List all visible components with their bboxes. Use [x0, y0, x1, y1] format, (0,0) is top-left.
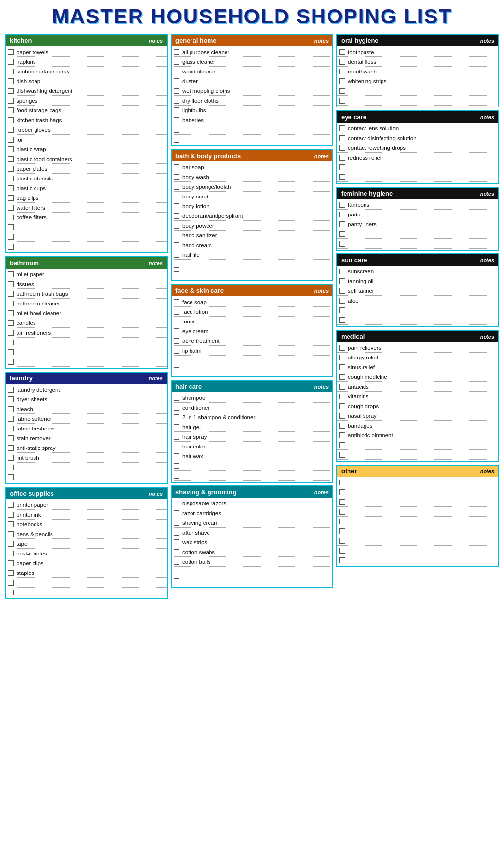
list-item[interactable]: dental floss: [337, 57, 498, 67]
list-item[interactable]: tanning oil: [337, 276, 498, 286]
checkbox[interactable]: [339, 489, 345, 495]
checkbox[interactable]: [174, 174, 179, 180]
checkbox[interactable]: [174, 137, 179, 143]
checkbox[interactable]: [339, 98, 345, 104]
list-item[interactable]: mouthwash: [337, 67, 498, 76]
checkbox[interactable]: [8, 185, 14, 191]
checkbox[interactable]: [8, 541, 14, 547]
checkbox[interactable]: [339, 442, 345, 448]
list-item[interactable]: conditioner: [172, 403, 332, 412]
list-item[interactable]: dry floor cloths: [172, 96, 332, 106]
list-item[interactable]: allergy relief: [337, 353, 498, 362]
list-item[interactable]: [337, 507, 498, 517]
checkbox[interactable]: [174, 395, 179, 401]
list-item[interactable]: [337, 229, 498, 239]
checkbox[interactable]: [174, 319, 179, 324]
list-item[interactable]: antibiotic ointment: [337, 430, 498, 440]
list-item[interactable]: printer ink: [6, 510, 167, 520]
checkbox[interactable]: [8, 98, 14, 104]
list-item[interactable]: nasal spray: [337, 411, 498, 421]
checkbox[interactable]: [174, 453, 179, 459]
checkbox[interactable]: [174, 501, 179, 506]
checkbox[interactable]: [339, 528, 345, 534]
list-item[interactable]: sunscreen: [337, 267, 498, 276]
checkbox[interactable]: [174, 194, 179, 199]
checkbox[interactable]: [174, 414, 179, 420]
checkbox[interactable]: [174, 127, 179, 133]
checkbox[interactable]: [8, 69, 14, 74]
checkbox[interactable]: [8, 78, 14, 84]
checkbox[interactable]: [339, 538, 345, 544]
list-item[interactable]: napkins: [6, 57, 167, 67]
checkbox[interactable]: [174, 262, 179, 268]
checkbox[interactable]: [8, 234, 14, 240]
list-item[interactable]: [337, 517, 498, 526]
list-item[interactable]: [337, 162, 498, 172]
checkbox[interactable]: [8, 426, 14, 431]
checkbox[interactable]: [174, 539, 179, 545]
list-item[interactable]: water filters: [6, 203, 167, 213]
checkbox[interactable]: [174, 164, 179, 170]
list-item[interactable]: [172, 461, 332, 471]
checkbox[interactable]: [8, 205, 14, 211]
list-item[interactable]: [337, 440, 498, 450]
checkbox[interactable]: [339, 374, 345, 380]
list-item[interactable]: whitening strips: [337, 76, 498, 86]
list-item[interactable]: [6, 232, 167, 242]
list-item[interactable]: sinus relief: [337, 362, 498, 372]
checkbox[interactable]: [8, 49, 14, 55]
list-item[interactable]: plastic cups: [6, 183, 167, 193]
list-item[interactable]: [337, 450, 498, 460]
list-item[interactable]: toilet paper: [6, 269, 167, 279]
list-item[interactable]: [337, 239, 498, 249]
list-item[interactable]: foil: [6, 135, 167, 144]
list-item[interactable]: body lotion: [172, 201, 332, 211]
list-item[interactable]: [6, 588, 167, 597]
list-item[interactable]: [172, 356, 332, 365]
checkbox[interactable]: [339, 78, 345, 84]
checkbox[interactable]: [8, 474, 14, 480]
list-item[interactable]: [6, 578, 167, 588]
checkbox[interactable]: [8, 340, 14, 345]
list-item[interactable]: [6, 472, 167, 482]
list-item[interactable]: self tanner: [337, 286, 498, 296]
list-item[interactable]: [6, 222, 167, 232]
checkbox[interactable]: [8, 291, 14, 297]
checkbox[interactable]: [174, 348, 179, 354]
checkbox[interactable]: [8, 570, 14, 576]
list-item[interactable]: [6, 242, 167, 251]
checkbox[interactable]: [339, 288, 345, 294]
list-item[interactable]: paper clips: [6, 558, 167, 568]
list-item[interactable]: contact disinfecting solution: [337, 133, 498, 143]
checkbox[interactable]: [339, 231, 345, 237]
list-item[interactable]: 2-in-1 shampoo & conditioner: [172, 412, 332, 422]
checkbox[interactable]: [339, 364, 345, 370]
list-item[interactable]: hair spray: [172, 432, 332, 442]
list-item[interactable]: bleach: [6, 404, 167, 414]
list-item[interactable]: contact lens solution: [337, 124, 498, 133]
checkbox[interactable]: [339, 345, 345, 351]
list-item[interactable]: cough medicine: [337, 372, 498, 382]
list-item[interactable]: duster: [172, 76, 332, 86]
list-item[interactable]: coffee filters: [6, 213, 167, 222]
checkbox[interactable]: [8, 59, 14, 65]
list-item[interactable]: [172, 365, 332, 375]
checkbox[interactable]: [174, 549, 179, 555]
checkbox[interactable]: [339, 278, 345, 284]
checkbox[interactable]: [8, 107, 14, 113]
list-item[interactable]: [337, 487, 498, 497]
list-item[interactable]: [337, 305, 498, 315]
checkbox[interactable]: [8, 387, 14, 393]
list-item[interactable]: antacids: [337, 382, 498, 392]
list-item[interactable]: cotton swabs: [172, 547, 332, 557]
checkbox[interactable]: [8, 176, 14, 181]
list-item[interactable]: plastic food containers: [6, 154, 167, 164]
list-item[interactable]: stain remover: [6, 433, 167, 443]
list-item[interactable]: bandages: [337, 421, 498, 430]
checkbox[interactable]: [174, 98, 179, 104]
checkbox[interactable]: [8, 224, 14, 230]
checkbox[interactable]: [174, 434, 179, 440]
list-item[interactable]: [337, 315, 498, 325]
list-item[interactable]: batteries: [172, 115, 332, 125]
list-item[interactable]: plastic utensils: [6, 174, 167, 183]
